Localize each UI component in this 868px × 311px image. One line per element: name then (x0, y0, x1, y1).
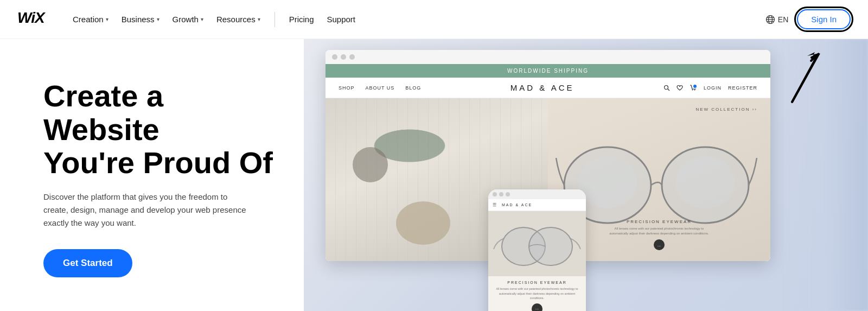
phone-brand: MAD & ACE (502, 203, 532, 207)
nav-item-support[interactable]: Support (322, 11, 361, 27)
search-icon (663, 85, 670, 91)
store-register-label: REGISTER (728, 85, 757, 91)
language-label: EN (778, 15, 788, 24)
browser-dot-1 (332, 54, 337, 60)
hero-left: Create a WebsiteYou're Proud Of Discover… (0, 39, 304, 311)
phone-chat-btn: ··· (532, 303, 542, 311)
get-started-button[interactable]: Get Started (43, 249, 132, 277)
store-nav-about: ABOUT US (366, 85, 395, 91)
store-nav: SHOP ABOUT US BLOG MAD & ACE (326, 78, 770, 98)
svg-point-10 (694, 89, 695, 90)
signin-button[interactable]: Sign In (797, 9, 851, 29)
shape-tan-oval (396, 201, 450, 245)
nav-right: EN Sign In (765, 9, 851, 29)
store-nav-shop: SHOP (339, 85, 355, 91)
phone-bar (488, 189, 586, 199)
shape-dark-circle (353, 147, 388, 182)
nav-links: Creation ▾ Business ▾ Growth ▾ Resources… (67, 11, 765, 27)
phone-content: PRECISION EYEWEAR All lenses come with o… (488, 276, 586, 311)
nav-item-resources[interactable]: Resources ▾ (211, 11, 266, 27)
svg-point-6 (664, 85, 668, 89)
store-login-label: LOGIN (704, 85, 722, 91)
wix-logo[interactable]: WiX (17, 10, 46, 29)
phone-mockup: ☰ MAD & ACE PRECISI (488, 189, 586, 311)
chevron-down-icon: ▾ (106, 16, 108, 22)
language-selector[interactable]: EN (765, 15, 788, 24)
store-nav-blog: BLOG (405, 85, 421, 91)
cart-icon (690, 84, 697, 92)
new-collection-label: NEW COLLECTION ›› (695, 107, 757, 112)
svg-point-9 (692, 89, 693, 90)
nav-item-creation[interactable]: Creation ▾ (67, 11, 114, 27)
store-logo-text: MAD & ACE (510, 83, 575, 92)
svg-point-8 (693, 85, 697, 88)
hero-section: Create a WebsiteYou're Proud Of Discover… (0, 39, 868, 311)
phone-title: PRECISION EYEWEAR (493, 281, 582, 284)
globe-icon (765, 15, 775, 24)
browser-dot-3 (349, 54, 355, 60)
chevron-down-icon: ▾ (201, 16, 203, 22)
phone-image (488, 211, 586, 276)
right-edge-blur (781, 39, 868, 311)
svg-point-17 (529, 227, 572, 265)
phone-store-header: ☰ MAD & ACE (488, 199, 586, 211)
svg-point-13 (578, 156, 637, 208)
hero-right: WORLDWIDE SHIPPING SHOP ABOUT US BLOG MA… (304, 39, 868, 311)
navbar: WiX Creation ▾ Business ▾ Growth ▾ Resou… (0, 0, 868, 39)
heart-icon (676, 85, 683, 91)
browser-dot-2 (341, 54, 346, 60)
store-banner: WORLDWIDE SHIPPING (326, 64, 770, 78)
hero-title: Create a WebsiteYou're Proud Of (43, 79, 278, 180)
nav-item-pricing[interactable]: Pricing (284, 11, 320, 27)
svg-point-14 (675, 156, 735, 208)
store-nav-actions: LOGIN REGISTER (663, 84, 757, 92)
nav-divider (275, 12, 275, 27)
phone-hamburger-icon: ☰ (493, 202, 497, 207)
chevron-down-icon: ▾ (258, 16, 260, 22)
browser-bar (326, 50, 770, 64)
phone-dot (493, 192, 497, 196)
store-nav-links: SHOP ABOUT US BLOG (339, 85, 421, 91)
chat-button: ... (654, 239, 665, 250)
phone-desc: All lenses come with our patented photoc… (493, 287, 582, 300)
nav-item-growth[interactable]: Growth ▾ (167, 11, 209, 27)
nav-item-business[interactable]: Business ▾ (116, 11, 165, 27)
phone-glasses-svg (488, 211, 586, 276)
svg-text:WiX: WiX (17, 10, 46, 25)
chevron-down-icon: ▾ (157, 16, 159, 22)
hero-subtitle: Discover the platform that gives you the… (43, 191, 250, 230)
phone-dot-3 (506, 192, 510, 196)
svg-line-7 (668, 89, 669, 91)
phone-dot-2 (499, 192, 503, 196)
